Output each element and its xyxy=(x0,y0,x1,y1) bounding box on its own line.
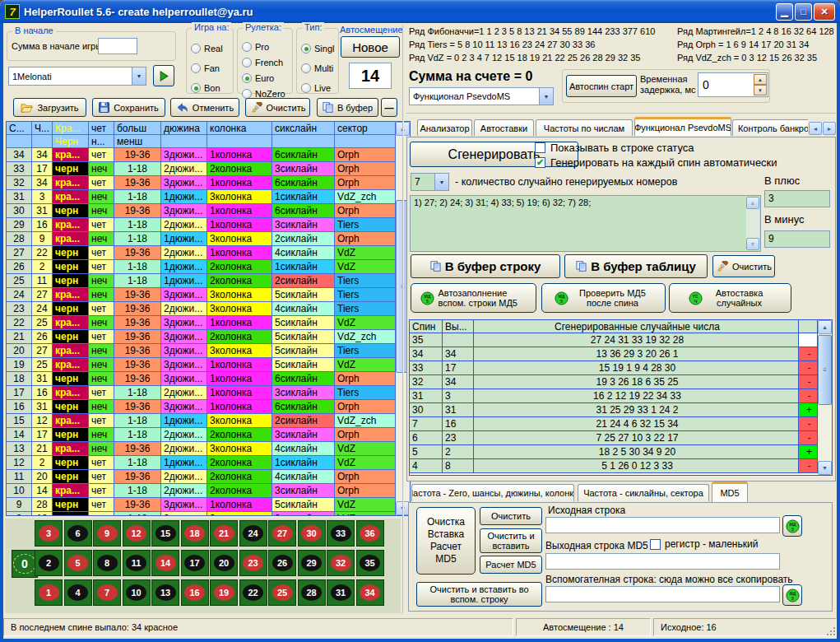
board-cell-12[interactable]: 12 xyxy=(123,520,151,547)
scroll-down-icon[interactable]: ▼ xyxy=(818,461,832,475)
bottom-tab-2[interactable]: Частота - сиклайны, сектора xyxy=(578,484,709,501)
table-row[interactable]: 262чернчет1-181дюжи...2колонка1сиклайнVd… xyxy=(7,260,396,274)
table-row[interactable]: 2722чернчет19-362дюжи...1колонка4сиклайн… xyxy=(7,246,396,260)
board-cell-10[interactable]: 10 xyxy=(123,579,151,606)
tab-3[interactable]: Частоты по числам xyxy=(536,119,633,136)
board-cell-17[interactable]: 17 xyxy=(181,550,209,576)
radio-pro[interactable]: Pro xyxy=(242,42,269,52)
table-row[interactable]: 928чернчет19-363дюжи...1колонка5сиклайнV… xyxy=(7,498,396,512)
collapse-button[interactable]: — xyxy=(381,98,397,117)
md5-calc-button[interactable]: Расчет MD5 xyxy=(480,556,542,574)
tab-1[interactable]: Анализатор xyxy=(417,119,472,136)
radio-multi[interactable]: Multi xyxy=(301,63,333,73)
board-cell-33[interactable]: 33 xyxy=(327,520,355,547)
board-cell-19[interactable]: 19 xyxy=(210,579,238,606)
register-checkbox[interactable]: регистр - маленький xyxy=(650,538,758,550)
board-cell-4[interactable]: 4 xyxy=(64,579,92,606)
spin-table-row[interactable]: 485 1 26 0 12 3 33- xyxy=(410,459,818,473)
table-row[interactable]: 3317черннеч1-182дюжи...2колонка3сиклайнO… xyxy=(7,162,396,176)
clear-numbers-button[interactable]: Очистить xyxy=(712,255,775,277)
spin-table-row[interactable]: 3527 24 31 33 19 32 28 xyxy=(410,333,818,347)
md5-aux-calc-button[interactable]: МД5 xyxy=(782,584,802,606)
table-row[interactable]: 289кра...неч1-181дюжи...3колонка2сиклайн… xyxy=(7,232,396,246)
md5-clear-button[interactable]: Очистить xyxy=(480,507,542,525)
table-row[interactable]: 1014кра...чет1-182дюжи...2колонка3сиклай… xyxy=(7,484,396,498)
spin-table-row[interactable]: 5218 2 5 30 34 9 20+ xyxy=(410,445,818,459)
radio-fan[interactable]: Fan xyxy=(191,63,220,73)
board-cell-28[interactable]: 28 xyxy=(298,579,326,606)
save-button[interactable]: Сохранить xyxy=(92,98,165,117)
board-cell-15[interactable]: 15 xyxy=(151,520,179,547)
board-cell-9[interactable]: 9 xyxy=(93,520,121,547)
board-cell-22[interactable]: 22 xyxy=(239,579,267,606)
textarea-scrollbar[interactable]: ▲ ▼ xyxy=(746,197,759,250)
table-row[interactable]: 2126чернчет19-363дюжи...2колонка5сиклайн… xyxy=(7,330,396,344)
table-row[interactable]: 3234кра...чет19-363дюжи...1колонка6сикла… xyxy=(7,176,396,190)
radio-french[interactable]: French xyxy=(242,58,283,67)
table-row[interactable]: 1321кра...неч19-362дюжи...3колонка4сикла… xyxy=(7,442,396,456)
close-button[interactable]: ✕ xyxy=(814,3,835,21)
count-combobox[interactable]: 7 ▼ xyxy=(411,173,449,191)
board-cell-31[interactable]: 31 xyxy=(327,579,355,606)
play-button[interactable] xyxy=(153,65,174,86)
radio-live[interactable]: Live xyxy=(301,83,331,93)
board-cell-2[interactable]: 2 xyxy=(35,550,63,576)
spin-table-row[interactable]: 343413 36 29 3 20 26 1- xyxy=(410,347,818,361)
board-cell-29[interactable]: 29 xyxy=(298,550,326,576)
maximize-button[interactable]: □ xyxy=(795,3,812,21)
open-button[interactable]: Загрузить xyxy=(13,98,86,117)
board-cell-18[interactable]: 18 xyxy=(181,520,209,547)
scroll-up-icon[interactable]: ▲ xyxy=(818,320,832,334)
md5-clear-paste-aux-button[interactable]: Очистить и вставить во вспом. строку xyxy=(416,582,542,607)
profile-combobox[interactable]: 1Melonati ▼ xyxy=(8,67,146,86)
table-row[interactable]: 1716кра...чет1-182дюжи...1колонка3сиклай… xyxy=(7,386,396,400)
table-row[interactable]: 2916кра...чет1-182дюжи...1колонка3сиклай… xyxy=(7,218,396,232)
tab-2[interactable]: Автоставки xyxy=(474,119,534,136)
generated-numbers-textarea[interactable]: 1) 27; 2) 24; 3) 31; 4) 33; 5) 19; 6) 32… xyxy=(410,195,761,252)
table-row[interactable]: 2027кра...неч19-363дюжи...3колонка5сикла… xyxy=(7,344,396,358)
board-cell-24[interactable]: 24 xyxy=(239,520,267,547)
board-cell-6[interactable]: 6 xyxy=(64,520,92,547)
copy-row-button[interactable]: В буфер строку xyxy=(411,254,560,278)
board-cell-32[interactable]: 32 xyxy=(327,550,355,576)
spinner-down-icon[interactable]: ▼ xyxy=(754,85,767,95)
spins-scrollbar[interactable]: ▲ ≡ ▼ xyxy=(818,320,832,475)
auto-generate-checkbox[interactable]: Генерировать на каждый спин автоматическ… xyxy=(535,156,777,169)
spin-table-row[interactable]: 6237 25 27 10 3 22 17- xyxy=(410,431,818,445)
spinner-up-icon[interactable]: ▲ xyxy=(754,74,767,85)
plus-value-field[interactable]: 3 xyxy=(764,190,830,207)
auto-bet-button[interactable]: ГСЧ Автоставка случайных xyxy=(669,283,791,313)
spin-table-row[interactable]: 71621 24 4 6 32 15 34- xyxy=(410,417,818,431)
chevron-down-icon[interactable]: ▼ xyxy=(132,67,146,85)
table-row[interactable]: 2511черннеч1-181дюжи...2колонка2сиклайнT… xyxy=(7,274,396,288)
bottom-tab-1[interactable]: Частота - Zero, шансы, дюжины, колонки xyxy=(411,484,574,501)
table-row[interactable]: 1417черннеч1-182дюжи...2колонка3сиклайнO… xyxy=(7,428,396,442)
board-cell-36[interactable]: 36 xyxy=(356,520,384,547)
radio-bon[interactable]: Bon xyxy=(191,83,220,93)
table-row[interactable]: 1831черннеч19-363дюжи...1колонка6сиклайн… xyxy=(7,372,396,386)
board-cell-20[interactable]: 20 xyxy=(210,550,238,576)
board-cell-27[interactable]: 27 xyxy=(268,520,296,547)
md5-source-input[interactable] xyxy=(545,517,780,533)
table-row[interactable]: 1512кра...чет1-181дюжи...3колонка2сиклай… xyxy=(7,414,396,428)
table-row[interactable]: 2225кра...неч19-363дюжи...1колонка5сикла… xyxy=(7,316,396,330)
spin-table-row[interactable]: 323419 3 26 18 6 35 25- xyxy=(410,375,818,389)
board-cell-13[interactable]: 13 xyxy=(151,579,179,606)
board-cell-26[interactable]: 26 xyxy=(268,550,296,576)
copy-table-button[interactable]: В буфер таблицу xyxy=(564,254,708,278)
tab-4[interactable]: Функционал PsevdoMS xyxy=(634,117,731,136)
md5-aux-input[interactable] xyxy=(545,586,780,602)
table-row[interactable]: 3031черннеч19-363дюжи...1колонка6сиклайн… xyxy=(7,204,396,218)
spin-table-row[interactable]: 331715 19 1 9 4 28 30- xyxy=(410,361,818,375)
table-row[interactable]: 313кра...неч1-181дюжи...3колонка1сиклайн… xyxy=(7,190,396,204)
bottom-tab-3[interactable]: MD5 xyxy=(712,482,748,502)
brush-button[interactable]: Очистить xyxy=(245,98,310,117)
tabs-scroll-left-icon[interactable]: ◄ xyxy=(809,122,822,135)
board-cell-25[interactable]: 25 xyxy=(268,579,296,606)
board-cell-21[interactable]: 21 xyxy=(210,520,238,547)
table-row[interactable]: 2427кра...неч19-363дюжи...3колонка5сикла… xyxy=(7,288,396,302)
table-row[interactable]: 1925кра...неч19-363дюжи...1колонка5сикла… xyxy=(7,358,396,372)
minimize-button[interactable]: ▁ xyxy=(776,3,793,21)
mode-combobox[interactable]: Функционал PsevdoMS ▼ xyxy=(409,87,554,105)
tab-5[interactable]: Контроль банкро xyxy=(732,119,808,136)
